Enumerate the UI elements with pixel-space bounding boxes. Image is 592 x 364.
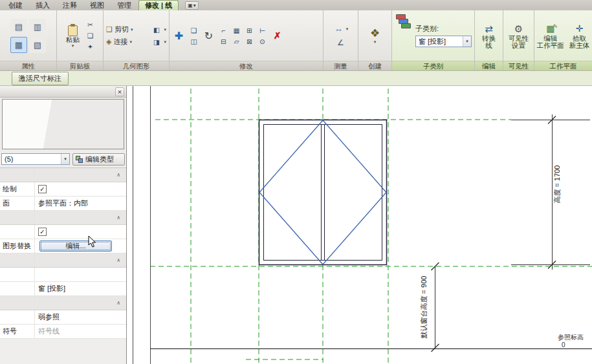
edit-work-plane-button[interactable]: ▦✎ 编辑 工作平面 [535, 21, 566, 50]
panel-measure: ↔ ▾ ∠ 测量 [323, 10, 358, 70]
subcategory-dropdown[interactable]: 窗 [投影] ▾ [415, 36, 472, 47]
match-type-button[interactable]: ✦ [85, 42, 96, 52]
join-geometry-icon: ◈ [106, 37, 111, 46]
trim-corner-button[interactable]: ⊢ [257, 25, 268, 35]
panel-label-geometry[interactable]: 几何图形 [104, 61, 169, 70]
activate-dimensions-button[interactable]: 激活尺寸标注 [12, 72, 69, 85]
trim-button[interactable]: ⊞ [244, 25, 255, 35]
property-section-header[interactable]: ∧ [0, 168, 126, 182]
convert-lines-button[interactable]: ⇄ 转换 线 [480, 21, 498, 50]
pick-icon: ✛ [576, 23, 584, 35]
property-section-header[interactable]: ∧ [0, 211, 126, 225]
ribbon-state-button[interactable]: ▣ ▾ [185, 1, 199, 10]
panel-label-modify[interactable]: 修改 [170, 61, 323, 70]
panel-label-edit[interactable]: 编辑 [475, 61, 503, 70]
panel-label-create[interactable]: 创建 [358, 61, 391, 70]
cut-geometry-icon: ❑ [106, 25, 113, 34]
property-section-header[interactable]: ∧ [0, 296, 126, 310]
connectors-icon: ▧ [34, 40, 41, 50]
tab-view[interactable]: 视图 [84, 1, 110, 10]
join-geometry-button[interactable]: ◈ 连接 ▾ [105, 36, 147, 47]
cut-to-clipboard-button[interactable]: ✂ [85, 20, 96, 30]
property-row-work-plane: 面 参照平面：内部 [0, 197, 126, 211]
family-types-button[interactable]: ▦ [10, 37, 27, 53]
sill-dimension-label[interactable]: 默认窗台高度 = 900 [420, 276, 428, 339]
property-grid-filler [0, 339, 126, 364]
family-category-button[interactable]: ▥ [29, 19, 46, 35]
chevron-down-icon: ▾ [72, 43, 74, 48]
edit-type-icon [76, 156, 83, 163]
pencil-icon: ✎ [553, 21, 558, 33]
panel-label-visibility[interactable]: 可见性 [503, 61, 534, 70]
panel-label-clipboard[interactable]: 剪贴板 [57, 61, 103, 70]
property-row-reference: 弱参照 [0, 310, 126, 325]
tab-insert[interactable]: 插入 [30, 1, 56, 10]
type-selector-dropdown[interactable]: (5) ▾ [1, 153, 70, 165]
property-row-subcategory: 窗 [投影] [0, 282, 126, 296]
close-icon[interactable]: × [115, 87, 124, 96]
tab-create[interactable]: 创建 [3, 1, 28, 10]
measure-button[interactable]: ↔ ▾ [332, 23, 350, 34]
property-row-visible: ✓ [0, 225, 126, 239]
void-tools-button[interactable]: ◨ ▾ [149, 36, 168, 47]
chevron-down-icon: ▾ [164, 39, 166, 44]
properties-palette: × (5) ▾ 编辑类型 ∧ 绘制 ✓ 面 参照平面：内部 ∧ [0, 86, 127, 364]
paste-icon [68, 25, 78, 36]
drawing-area[interactable]: 高度 = 1700 默认窗台高度 = 900 参照标高 0 [127, 86, 592, 364]
tab-modify-lines[interactable]: 修改 | 线 [138, 0, 179, 10]
copy-button[interactable]: ❏ [188, 25, 199, 35]
checkbox-checked[interactable]: ✓ [38, 228, 47, 236]
edit-overrides-button[interactable]: 编辑... [39, 241, 112, 252]
split-button[interactable]: ⊟ [218, 36, 229, 46]
extend-button[interactable]: ⊠ [244, 36, 255, 46]
panel-label-subcategory[interactable]: 子类别 [392, 61, 474, 70]
copy-to-clipboard-button[interactable]: ❏ [85, 31, 96, 41]
panel-clipboard: 粘贴 ▾ ✂ ❏ ✦ 剪贴板 [57, 10, 104, 70]
options-bar: 激活尺寸标注 [0, 71, 592, 86]
tab-annotate[interactable]: 注释 [57, 1, 83, 10]
tab-manage[interactable]: 管理 [111, 1, 137, 10]
edit-type-button[interactable]: 编辑类型 [72, 153, 125, 166]
offset-button[interactable]: ▱ [231, 36, 242, 46]
property-grid: ∧ 绘制 ✓ 面 参照平面：内部 ∧ ✓ 图形替换 编辑... ∧ [0, 167, 126, 364]
align-button[interactable]: ⌐ [218, 25, 229, 35]
panel-subcategory: 子类别: 窗 [投影] ▾ 子类别 [392, 10, 475, 70]
chevron-down-icon: ▾ [131, 27, 133, 32]
properties-palette-button[interactable]: ▤ [10, 19, 27, 35]
array-button[interactable]: ▦ [231, 25, 242, 35]
category-icon: ▥ [34, 22, 41, 32]
panel-workplane: ▦✎ 编辑 工作平面 ✛ 拾取 新主体 工作平面 [534, 10, 592, 70]
panel-geometry: ❑ 剪切 ▾ ◈ 连接 ▾ ◧ ▾ ◨ ▾ [104, 10, 170, 70]
angular-dimension-button[interactable]: ∠ [334, 37, 347, 48]
mirror-button[interactable]: ◫ [188, 36, 199, 46]
chevron-down-icon: ▾ [129, 39, 132, 44]
paste-button[interactable]: 粘贴 ▾ [64, 23, 82, 49]
panel-label-measure[interactable]: 测量 [323, 61, 358, 70]
create-group-icon: ❖ [370, 27, 380, 39]
window-frame-outer[interactable] [259, 120, 387, 265]
window-elevation [259, 120, 387, 265]
property-section-header[interactable]: ∧ [0, 253, 126, 268]
panel-label-workplane[interactable]: 工作平面 [534, 61, 592, 70]
height-dimension-label[interactable]: 高度 = 1700 [553, 165, 561, 203]
checkbox-checked[interactable]: ✓ [38, 185, 47, 193]
rotate-button[interactable]: ↻ [201, 30, 216, 42]
level-name-label[interactable]: 参照标高 [558, 334, 584, 341]
pin-button[interactable]: ⊙ [257, 36, 268, 46]
create-group-button[interactable]: ❖ ▾ [368, 26, 382, 45]
delete-button[interactable]: ✗ [270, 30, 285, 41]
solid-tools-button[interactable]: ◧ ▾ [149, 24, 168, 35]
panel-label-properties[interactable]: 属性 [0, 61, 56, 70]
level-elevation-label[interactable]: 0 [562, 341, 565, 348]
ribbon-tab-bar: 创建 插入 注释 视图 管理 修改 | 线 ▣ ▾ [0, 0, 592, 10]
collapse-chevron-icon: ∧ [116, 172, 120, 178]
palette-header: × [0, 86, 126, 98]
cut-geometry-button[interactable]: ❑ 剪切 ▾ [105, 24, 147, 35]
visibility-settings-button[interactable]: ⚙ 可见性 设置 [507, 21, 531, 50]
connectors-button[interactable]: ▧ [29, 37, 46, 53]
panel-modify: ✚ ❏ ◫ ↻ ⌐ ⊟ ▦ ▱ ⊞ ⊠ ⊢ ⊙ ✗ 修改 [170, 10, 323, 70]
move-button[interactable]: ✚ [171, 30, 186, 42]
panel-properties: ▤ ▥ ▦ ▧ 属性 [0, 10, 57, 70]
ribbon: ▤ ▥ ▦ ▧ 属性 粘贴 ▾ ✂ ❏ ✦ 剪贴板 ❑ [0, 10, 592, 71]
pick-new-host-button[interactable]: ✛ 拾取 新主体 [567, 21, 592, 50]
